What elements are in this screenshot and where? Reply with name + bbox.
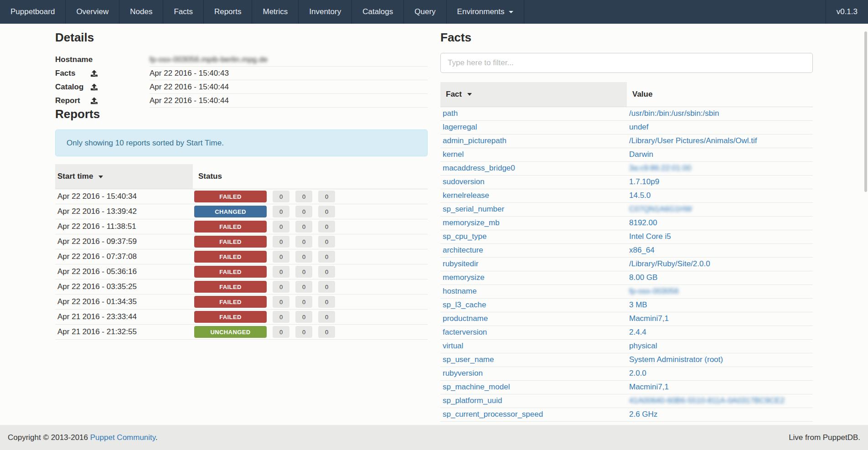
fact-name-link[interactable]: path bbox=[443, 109, 458, 118]
fact-value-link[interactable]: 2.0.0 bbox=[629, 369, 646, 378]
details-title: Details bbox=[55, 31, 428, 45]
main-content: Details Hostname fp-osx-003056.mpib-berl… bbox=[55, 24, 813, 422]
report-status-badge[interactable]: FAILED bbox=[194, 251, 267, 263]
report-status-badge[interactable]: FAILED bbox=[194, 236, 267, 248]
puppet-community-link[interactable]: Puppet Community bbox=[90, 433, 155, 442]
fact-name-link[interactable]: sp_cpu_type bbox=[443, 232, 486, 241]
fact-name-link[interactable]: memorysize bbox=[443, 273, 485, 282]
fact-row: kernelrelease 14.5.0 bbox=[440, 189, 813, 202]
report-status-badge[interactable]: FAILED bbox=[194, 266, 267, 278]
report-start-time: Apr 21 2016 - 21:32:55 bbox=[55, 325, 193, 340]
footer-live-status: Live from PuppetDB. bbox=[789, 433, 860, 442]
upload-icon[interactable] bbox=[91, 83, 98, 90]
fact-name-link[interactable]: hostname bbox=[443, 287, 477, 295]
nav-item-environments[interactable]: Environments bbox=[447, 0, 524, 24]
facts-filter-input[interactable] bbox=[440, 53, 813, 73]
fact-name-link[interactable]: kernel bbox=[443, 150, 464, 159]
nav-item-overview[interactable]: Overview bbox=[66, 0, 119, 24]
fact-name-link[interactable]: facterversion bbox=[443, 328, 487, 336]
nav-item-reports[interactable]: Reports bbox=[204, 0, 253, 24]
report-start-time: Apr 21 2016 - 23:33:44 bbox=[55, 310, 193, 325]
upload-icon[interactable] bbox=[91, 97, 98, 104]
nav-item-nodes[interactable]: Nodes bbox=[119, 0, 163, 24]
sort-desc-icon bbox=[467, 93, 472, 96]
fact-value-link[interactable]: x86_64 bbox=[629, 246, 655, 254]
nav-item-facts[interactable]: Facts bbox=[163, 0, 204, 24]
fact-value-link[interactable]: Darwin bbox=[629, 150, 653, 159]
navbar: Puppetboard OverviewNodesFactsReportsMet… bbox=[0, 0, 868, 24]
fact-value-link[interactable]: undef bbox=[629, 123, 649, 131]
reports-header-start-time[interactable]: Start time bbox=[55, 164, 193, 189]
fact-value-link[interactable]: Macmini7,1 bbox=[629, 314, 669, 323]
nav-item-catalogs[interactable]: Catalogs bbox=[352, 0, 404, 24]
nav-brand-puppetboard[interactable]: Puppetboard bbox=[0, 0, 66, 24]
report-count-badge: 0 bbox=[273, 311, 289, 323]
fact-name-link[interactable]: rubysitedir bbox=[443, 259, 478, 268]
fact-row: sudoversion 1.7.10p9 bbox=[440, 175, 813, 189]
fact-value-link[interactable]: 8192.00 bbox=[629, 218, 657, 227]
fact-value-link[interactable]: 3a:c9:86:22:01:00 bbox=[629, 164, 691, 172]
fact-name-link[interactable]: admin_picturepath bbox=[443, 136, 506, 145]
fact-name-link[interactable]: sp_serial_number bbox=[443, 205, 504, 213]
fact-row: productname Macmini7,1 bbox=[440, 312, 813, 326]
fact-value-link[interactable]: /Library/User Pictures/Animals/Owl.tif bbox=[629, 136, 757, 145]
nav-item-label: Catalogs bbox=[362, 7, 393, 16]
scrollbar-thumb[interactable] bbox=[864, 31, 867, 192]
navbar-spacer bbox=[524, 0, 826, 24]
fact-value-link[interactable]: Macmini7,1 bbox=[629, 383, 669, 391]
fact-value-link[interactable]: fp-osx-003056 bbox=[629, 287, 679, 295]
report-count-badge: 0 bbox=[295, 221, 312, 233]
fact-value-link[interactable]: C07QN1A6G1HW bbox=[629, 205, 692, 213]
report-count-badge: 0 bbox=[295, 311, 312, 323]
nav-item-metrics[interactable]: Metrics bbox=[252, 0, 299, 24]
fact-value-link[interactable]: physical bbox=[629, 341, 657, 350]
report-start-time: Apr 22 2016 - 13:39:42 bbox=[55, 204, 193, 219]
report-status-badge[interactable]: FAILED bbox=[194, 281, 267, 293]
report-table-body: Apr 22 2016 - 15:40:34 FAILED 0 0 0 Apr … bbox=[55, 189, 428, 340]
fact-value-link[interactable]: 2.6 GHz bbox=[629, 410, 657, 419]
report-row: Apr 22 2016 - 09:37:59 FAILED 0 0 0 bbox=[55, 234, 428, 249]
upload-icon[interactable] bbox=[91, 70, 98, 77]
report-count-badge: 0 bbox=[273, 206, 289, 217]
fact-value-link[interactable]: 14.5.0 bbox=[629, 191, 651, 200]
fact-name-link[interactable]: productname bbox=[443, 314, 488, 323]
fact-value-link[interactable]: 2.4.4 bbox=[629, 328, 646, 336]
report-status-badge[interactable]: FAILED bbox=[194, 221, 267, 233]
report-status-badge[interactable]: FAILED bbox=[194, 191, 267, 202]
fact-value-link[interactable]: System Administrator (root) bbox=[629, 355, 723, 364]
report-status-badge[interactable]: UNCHANGED bbox=[194, 326, 267, 338]
report-status-badge[interactable]: FAILED bbox=[194, 311, 267, 323]
facts-header-fact[interactable]: Fact bbox=[440, 82, 627, 107]
report-start-time: Apr 22 2016 - 07:37:08 bbox=[55, 249, 193, 264]
fact-name-link[interactable]: lagerregal bbox=[443, 123, 477, 131]
fact-row: facterversion 2.4.4 bbox=[440, 326, 813, 339]
fact-value-link[interactable]: 1.7.10p9 bbox=[629, 177, 659, 186]
fact-value-link[interactable]: /Library/Ruby/Site/2.0.0 bbox=[629, 259, 710, 268]
report-status-badge[interactable]: CHANGED bbox=[194, 206, 267, 217]
fact-name-link[interactable]: memorysize_mb bbox=[443, 218, 500, 227]
report-row: Apr 22 2016 - 15:40:34 FAILED 0 0 0 bbox=[55, 189, 428, 204]
fact-value-link[interactable]: 8.00 GB bbox=[629, 273, 657, 282]
fact-name-link[interactable]: virtual bbox=[443, 341, 463, 350]
fact-name-link[interactable]: kernelrelease bbox=[443, 191, 489, 200]
fact-name-link[interactable]: sp_current_processor_speed bbox=[443, 410, 543, 419]
report-count-badge: 0 bbox=[318, 206, 335, 217]
nav-item-inventory[interactable]: Inventory bbox=[299, 0, 352, 24]
fact-value-link[interactable]: Intel Core i5 bbox=[629, 232, 671, 241]
node-detail-column: Details Hostname fp-osx-003056.mpib-berl… bbox=[55, 31, 428, 422]
report-status-badge[interactable]: FAILED bbox=[194, 296, 267, 308]
fact-name-link[interactable]: sudoversion bbox=[443, 177, 485, 186]
nav-item-query[interactable]: Query bbox=[404, 0, 446, 24]
fact-name-link[interactable]: sp_l3_cache bbox=[443, 300, 486, 309]
fact-name-link[interactable]: sp_platform_uuid bbox=[443, 396, 502, 405]
fact-value-link[interactable]: 3 MB bbox=[629, 300, 647, 309]
fact-row: sp_serial_number C07QN1A6G1HW bbox=[440, 202, 813, 216]
fact-name-link[interactable]: sp_machine_model bbox=[443, 383, 510, 391]
fact-value-link[interactable]: 41A00640-60B6-5510-811A-0A0317BC9CE2 bbox=[629, 396, 785, 405]
fact-name-link[interactable]: sp_user_name bbox=[443, 355, 494, 364]
fact-name-link[interactable]: rubyversion bbox=[443, 369, 483, 378]
fact-row: path /usr/bin:/bin:/usr/sbin:/sbin bbox=[440, 107, 813, 120]
fact-name-link[interactable]: macaddress_bridge0 bbox=[443, 164, 515, 172]
fact-value-link[interactable]: /usr/bin:/bin:/usr/sbin:/sbin bbox=[629, 109, 719, 118]
fact-name-link[interactable]: architecture bbox=[443, 246, 483, 254]
